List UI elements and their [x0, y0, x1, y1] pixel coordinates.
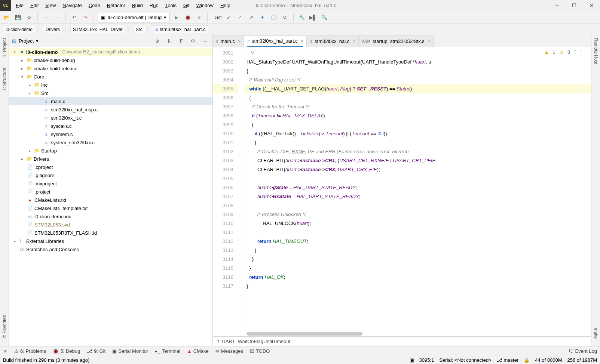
- bt-todo[interactable]: ☑TODO: [250, 348, 270, 354]
- forward-icon[interactable]: →: [53, 13, 62, 22]
- tab-main-c[interactable]: cmain.c×: [213, 36, 244, 47]
- tree-inc[interactable]: ▸📁Inc: [9, 81, 212, 89]
- tree-src[interactable]: ▾📁Src: [9, 89, 212, 97]
- tree-hal-msp[interactable]: cstm32l0xx_hal_msp.c: [9, 105, 212, 114]
- tree-cmakelists-tpl[interactable]: 📄CMakeLists_template.txt: [9, 204, 212, 212]
- close-icon[interactable]: ×: [301, 38, 304, 44]
- bt-cmake[interactable]: ▲CMake: [187, 348, 209, 354]
- locate-icon[interactable]: ⊕: [153, 37, 162, 46]
- tree-cmakelists[interactable]: ▲CMakeLists.txt: [9, 196, 212, 204]
- tree-ext-libs[interactable]: ▸⊪External Libraries: [9, 237, 212, 245]
- git-push-icon[interactable]: ↗: [247, 13, 256, 22]
- status-pos[interactable]: 3095:1: [419, 357, 434, 363]
- tab-startup-s[interactable]: ASMstartup_stm32l053r8tx.s×: [359, 36, 434, 47]
- tree-system[interactable]: csystem_stm32l0xx.c: [9, 138, 212, 146]
- status-heap[interactable]: 256 of 1987M: [567, 357, 597, 363]
- close-icon[interactable]: ×: [238, 38, 241, 44]
- tree-ioc[interactable]: iocl0-clion-demo.ioc: [9, 212, 212, 220]
- redo-icon[interactable]: ↷: [81, 13, 90, 22]
- hide-icon[interactable]: ─: [200, 37, 209, 46]
- tree-mxproject[interactable]: 📄.mxproject: [9, 179, 212, 188]
- code-editor[interactable]: ▲1 ⚠3 ˄˅ 3091309230933094309530963097309…: [213, 47, 591, 336]
- rail-project[interactable]: 1: Project: [2, 38, 7, 57]
- expand-all-icon[interactable]: ⇊: [165, 37, 174, 46]
- menu-code[interactable]: Code: [86, 1, 103, 10]
- horizontal-scrollbar[interactable]: [247, 332, 362, 336]
- run-config-dropdown[interactable]: ▣ l0-clion-demo.elf | Debug ▾: [98, 13, 170, 22]
- tree-gitignore[interactable]: 📄.gitignore: [9, 171, 212, 179]
- back-icon[interactable]: ←: [42, 13, 50, 22]
- chevron-down-icon[interactable]: ▾: [36, 38, 39, 44]
- sync-icon[interactable]: ⟳: [25, 13, 34, 22]
- crumb-0[interactable]: l0-clion-demo: [3, 26, 35, 33]
- bt-problems[interactable]: ⚠6: Problems: [14, 348, 46, 354]
- tree-core[interactable]: ▾📁Core: [9, 73, 212, 81]
- tree-sysmem[interactable]: csysmem.c: [9, 130, 212, 138]
- tab-hal-uart[interactable]: cstm32l0xx_hal_uart.c×: [244, 36, 307, 47]
- bt-messages[interactable]: ✉Messages: [215, 348, 243, 354]
- crumb-3[interactable]: Src: [133, 26, 145, 33]
- bt-debug[interactable]: 🐞5: Debug: [53, 348, 80, 354]
- star-icon[interactable]: ★: [3, 348, 7, 354]
- stop-icon[interactable]: ■: [195, 13, 203, 22]
- git-history-icon[interactable]: ✦: [258, 13, 267, 22]
- tree-root[interactable]: ▾■l0-clion-demoD:\work\nrf52_consulting\…: [9, 48, 212, 56]
- crumb-1[interactable]: Drivers: [43, 26, 62, 33]
- rail-structure[interactable]: 7: Structure: [2, 68, 7, 91]
- undo-icon[interactable]: ↶: [70, 13, 79, 22]
- lock-icon[interactable]: 🔒: [524, 357, 530, 363]
- maximize-button[interactable]: ☐: [566, 0, 583, 11]
- git-commit-icon[interactable]: ✓: [236, 13, 245, 22]
- search-icon[interactable]: 🔍: [320, 13, 329, 22]
- rail-remote-host[interactable]: Remote Host: [593, 38, 599, 64]
- tree-startup[interactable]: ▸📁Startup: [9, 146, 212, 155]
- menu-run[interactable]: Run: [147, 1, 162, 10]
- tree-svd[interactable]: 📄STM32L053.svd: [9, 220, 212, 229]
- status-branch[interactable]: ⎇ master: [497, 357, 518, 363]
- menu-navigate[interactable]: Navigate: [59, 1, 85, 10]
- tree-flash-ld[interactable]: 📄STM32L053R8TX_FLASH.ld: [9, 229, 212, 237]
- clock-icon[interactable]: 🕒: [269, 13, 278, 22]
- menu-window[interactable]: Window: [193, 1, 217, 10]
- tree-syscalls[interactable]: csyscalls.c: [9, 122, 212, 130]
- crumb-2[interactable]: STM32L0xx_HAL_Driver: [70, 26, 125, 33]
- rail-make[interactable]: make: [593, 328, 599, 339]
- tree-cmake-debug[interactable]: ▸📁cmake-build-debug: [9, 56, 212, 64]
- collapse-all-icon[interactable]: ⇈: [177, 37, 186, 46]
- bt-git[interactable]: ⎇9: Git: [87, 348, 105, 354]
- open-icon[interactable]: 📂: [2, 13, 11, 22]
- bt-eventlog[interactable]: 🗨Event Log: [569, 348, 597, 354]
- menu-build[interactable]: Build: [129, 1, 146, 10]
- tree-it-c[interactable]: cstm32l0xx_it.c: [9, 114, 212, 122]
- tree-scratches[interactable]: ◎Scratches and Consoles: [9, 245, 212, 253]
- menu-refactor[interactable]: Refactor: [104, 1, 128, 10]
- run-icon[interactable]: ▶: [172, 13, 181, 22]
- crumb-4[interactable]: cstm32l0xx_hal_uart.c: [153, 25, 208, 33]
- bt-terminal[interactable]: ▸_Terminal: [155, 348, 180, 354]
- tree-drivers[interactable]: ▸📁Drivers: [9, 155, 212, 163]
- bt-serial[interactable]: ▣Serial Monitor: [112, 348, 148, 354]
- save-icon[interactable]: 💾: [13, 13, 22, 22]
- menu-file[interactable]: File: [13, 1, 27, 10]
- tree-cmake-release[interactable]: ▸📁cmake-build-release: [9, 64, 212, 73]
- tree-cproject[interactable]: 📄.cproject: [9, 163, 212, 171]
- menu-help[interactable]: Help: [217, 1, 233, 10]
- close-icon[interactable]: ×: [352, 38, 355, 44]
- gear-icon[interactable]: ⚙: [189, 37, 198, 46]
- close-icon[interactable]: ×: [428, 38, 431, 44]
- status-mem[interactable]: 44 of 8000M: [535, 357, 562, 363]
- tree-main-c[interactable]: cmain.c: [9, 97, 212, 105]
- minimize-button[interactable]: ─: [548, 0, 566, 11]
- git-update-icon[interactable]: ↙: [224, 13, 233, 22]
- debug-icon[interactable]: 🐞: [183, 13, 192, 22]
- play-to-icon[interactable]: ▶▌: [309, 13, 318, 22]
- tree-project[interactable]: 📄.project: [9, 188, 212, 196]
- fold-gutter[interactable]: [238, 47, 245, 336]
- rollback-icon[interactable]: ↺: [281, 13, 290, 22]
- menu-edit[interactable]: Edit: [27, 1, 42, 10]
- tab-hal-c[interactable]: cstm32l0xx_hal.c×: [307, 36, 358, 47]
- menu-git[interactable]: Git: [180, 1, 193, 10]
- close-button[interactable]: ✕: [583, 0, 600, 11]
- rail-favorites[interactable]: 2: Favorites: [2, 315, 7, 339]
- menu-tools[interactable]: Tools: [162, 1, 180, 10]
